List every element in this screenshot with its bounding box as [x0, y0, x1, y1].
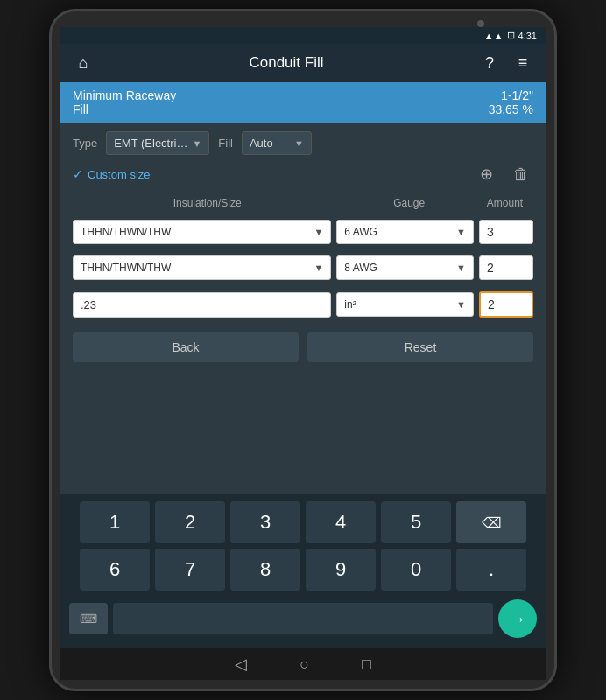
nav-home-button[interactable]: ○ — [299, 655, 309, 674]
fill-label: Fill — [73, 102, 176, 116]
key-3[interactable]: 3 — [230, 501, 300, 543]
numpad-row-2: 6 7 8 9 0 . — [69, 549, 537, 591]
key-4[interactable]: 4 — [306, 501, 376, 543]
gauge-select-2[interactable]: 8 AWG ▼ — [336, 256, 474, 280]
gauge-value-1: 6 AWG — [344, 226, 377, 238]
type-select[interactable]: EMT (Electri… ▼ — [106, 131, 209, 155]
back-button[interactable]: Back — [73, 332, 299, 362]
insulation-value-2: THHN/THWN/THW — [81, 262, 171, 274]
checkmark-icon: ✓ — [73, 167, 83, 181]
key-7[interactable]: 7 — [155, 549, 225, 591]
unit-value-3: in² — [344, 298, 356, 311]
help-icon: ? — [485, 54, 494, 73]
unit-arrow-3: ▼ — [456, 299, 466, 310]
result-bar: Minimum Raceway Fill 1-1/2" 33.65 % — [60, 82, 546, 122]
backspace-button[interactable]: ⌫ — [456, 501, 526, 543]
home-icon: ⌂ — [79, 54, 88, 73]
key-1[interactable]: 1 — [80, 501, 150, 543]
go-icon: → — [509, 609, 526, 629]
key-2[interactable]: 2 — [155, 501, 225, 543]
time-display: 4:31 — [518, 31, 537, 41]
keyboard-icon: ⌨ — [80, 612, 97, 626]
toolbar: ⌂ Conduit Fill ? ≡ — [60, 44, 546, 82]
nav-back-icon: ◁ — [235, 655, 247, 673]
text-input-bar[interactable] — [113, 603, 493, 634]
status-icons: ▲▲ ⊡ 4:31 — [484, 30, 537, 41]
nav-bar: ◁ ○ □ — [60, 648, 546, 680]
insulation-select-1[interactable]: THHN/THWN/THW ▼ — [73, 220, 331, 244]
type-label: Type — [73, 136, 97, 150]
key-9[interactable]: 9 — [306, 549, 376, 591]
status-bar: ▲▲ ⊡ 4:31 — [60, 27, 546, 44]
wire-row-2: THHN/THWN/THW ▼ 8 AWG ▼ 2 — [73, 256, 533, 280]
gauge-select-1[interactable]: 6 AWG ▼ — [336, 220, 474, 244]
signal-icon: ▲▲ — [484, 31, 504, 41]
amount-input-3[interactable]: 2 — [479, 291, 533, 318]
action-buttons: Back Reset — [73, 332, 533, 362]
key-6[interactable]: 6 — [80, 549, 150, 591]
toolbar-title: Conduit Fill — [104, 54, 469, 72]
custom-size-checkbox[interactable]: ✓ Custom size — [73, 167, 151, 181]
gauge-value-2: 8 AWG — [344, 262, 377, 274]
delete-row-button[interactable]: 🗑 — [509, 162, 533, 186]
screen: ▲▲ ⊡ 4:31 ⌂ Conduit Fill ? ≡ Minimum Rac… — [60, 27, 546, 680]
raceway-value: 1-1/2" — [489, 88, 533, 102]
unit-select-3[interactable]: in² ▼ — [336, 292, 474, 317]
type-arrow-icon: ▼ — [192, 138, 201, 149]
nav-back-button[interactable]: ◁ — [235, 654, 247, 674]
key-8[interactable]: 8 — [230, 549, 300, 591]
insulation-arrow-1: ▼ — [314, 227, 323, 237]
gauge-arrow-2: ▼ — [456, 262, 466, 273]
menu-button[interactable]: ≡ — [511, 51, 535, 75]
custom-size-input[interactable]: .23 — [73, 292, 331, 318]
keyboard-toggle-button[interactable]: ⌨ — [69, 603, 108, 634]
header-insulation: Insulation/Size — [73, 197, 342, 209]
input-row: ⌨ → — [69, 596, 537, 641]
result-right: 1-1/2" 33.65 % — [489, 88, 533, 116]
nav-recent-icon: □ — [362, 655, 371, 673]
type-value: EMT (Electri… — [114, 136, 187, 150]
key-5[interactable]: 5 — [381, 501, 451, 543]
table-header: Insulation/Size Gauge Amount — [73, 193, 533, 213]
raceway-label: Minimum Raceway — [73, 88, 176, 102]
numpad-row-1: 1 2 3 4 5 ⌫ — [69, 501, 537, 543]
header-amount: Amount — [476, 197, 533, 209]
custom-size-row: ✓ Custom size ⊕ 🗑 — [73, 162, 533, 186]
home-button[interactable]: ⌂ — [71, 51, 95, 75]
wifi-icon: ⊡ — [507, 30, 515, 41]
key-0[interactable]: 0 — [381, 549, 451, 591]
header-gauge: Gauge — [342, 197, 476, 209]
key-dot[interactable]: . — [456, 549, 526, 591]
wire-row-3: .23 in² ▼ 2 — [73, 291, 533, 318]
custom-size-label: Custom size — [88, 168, 151, 181]
device: ▲▲ ⊡ 4:31 ⌂ Conduit Fill ? ≡ Minimum Rac… — [49, 9, 557, 691]
insulation-select-2[interactable]: THHN/THWN/THW ▼ — [73, 256, 331, 280]
insulation-value-1: THHN/THWN/THW — [81, 226, 171, 238]
add-icon: ⊕ — [480, 164, 493, 184]
numpad: 1 2 3 4 5 ⌫ 6 7 8 9 0 . ⌨ → — [60, 494, 546, 648]
amount-input-1[interactable]: 3 — [479, 220, 533, 244]
result-left: Minimum Raceway Fill — [73, 88, 176, 116]
insulation-arrow-2: ▼ — [314, 262, 323, 273]
reset-button[interactable]: Reset — [307, 332, 533, 362]
help-button[interactable]: ? — [477, 51, 502, 75]
wire-row-1: THHN/THWN/THW ▼ 6 AWG ▼ 3 — [73, 220, 533, 244]
go-button[interactable]: → — [498, 599, 537, 638]
content-area: Type EMT (Electri… ▼ Fill Auto ▼ ✓ Custo… — [60, 122, 546, 494]
fill-arrow-icon: ▼ — [294, 138, 304, 149]
add-row-button[interactable]: ⊕ — [474, 162, 498, 186]
nav-recent-button[interactable]: □ — [362, 655, 371, 674]
nav-home-icon: ○ — [299, 655, 309, 673]
type-fill-row: Type EMT (Electri… ▼ Fill Auto ▼ — [73, 131, 533, 155]
trash-icon: 🗑 — [513, 165, 529, 184]
fill-label: Fill — [218, 136, 233, 150]
gauge-arrow-1: ▼ — [456, 227, 466, 237]
fill-value: 33.65 % — [489, 102, 533, 116]
menu-icon: ≡ — [518, 54, 528, 73]
amount-input-2[interactable]: 2 — [479, 256, 533, 280]
fill-value: Auto — [250, 136, 273, 150]
camera — [477, 20, 484, 27]
fill-select[interactable]: Auto ▼ — [242, 131, 312, 155]
